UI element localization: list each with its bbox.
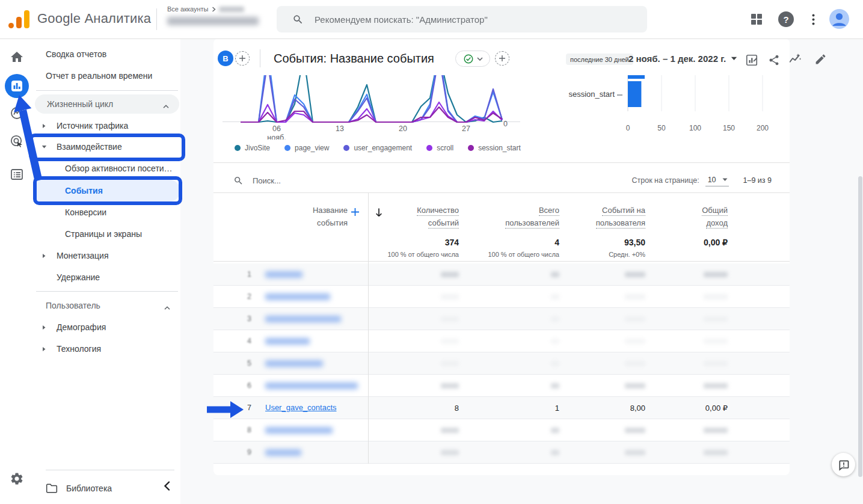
advertising-icon[interactable] (5, 129, 29, 153)
totals-caption-events: 100 % от общего числа (357, 251, 459, 258)
table-row-9[interactable]: 9 (213, 441, 790, 464)
sidebar-item-events[interactable]: События (34, 180, 180, 201)
events-bar-chart[interactable] (625, 75, 776, 111)
edit-pencil-icon[interactable] (813, 52, 828, 66)
header-line: пользователя (555, 217, 645, 229)
redacted-property-name (167, 17, 259, 25)
collapse-sidebar-icon[interactable] (158, 478, 176, 494)
sidebar-item-engagement[interactable]: Взаимодействие (34, 136, 180, 158)
section-divider (213, 162, 790, 163)
customize-report-icon[interactable] (745, 53, 759, 67)
person-icon (829, 9, 849, 29)
table-search[interactable] (233, 170, 362, 191)
sidebar-item-monetization[interactable]: Монетизация (34, 245, 180, 266)
help-icon[interactable]: ? (776, 10, 796, 29)
sidebar-item-traffic-source[interactable]: Источник трафика (34, 115, 180, 137)
legend-item-page_view[interactable]: page_view (284, 144, 329, 152)
settings-gear-icon[interactable] (5, 467, 29, 491)
home-icon[interactable] (5, 45, 29, 69)
sidebar-item-technology[interactable]: Технология (34, 338, 180, 360)
event-name-link[interactable]: User_gave_contacts (265, 403, 337, 412)
table-search-input[interactable] (251, 176, 362, 186)
apps-grid-icon[interactable] (747, 10, 766, 29)
sidebar-item-pages-screens[interactable]: Страницы и экраны (34, 223, 180, 245)
column-header-1[interactable]: Всегопользователей (469, 204, 559, 229)
add-comparison-icon[interactable] (235, 51, 250, 66)
bar-axis-tick (617, 94, 622, 96)
search-input[interactable] (313, 14, 604, 25)
arrow-right-icon[interactable] (41, 253, 48, 259)
sidebar-item-conversions[interactable]: Конверсии (34, 201, 180, 223)
rows-per-page-select[interactable]: 10 (705, 174, 729, 186)
column-header-2[interactable]: Событий напользователя (555, 204, 645, 229)
add-dimension-pill-icon[interactable] (495, 51, 509, 66)
legend-item-user_engagement[interactable]: user_engagement (343, 144, 412, 152)
redacted-cell-value (551, 339, 559, 344)
redacted-cell-value (704, 361, 728, 366)
explore-icon[interactable] (5, 101, 29, 125)
app-window: Google Аналитика Все аккаунты ? (0, 0, 863, 504)
share-icon[interactable] (767, 53, 781, 67)
chevron-up-icon[interactable] (162, 101, 170, 111)
app-header: Google Аналитика Все аккаунты ? (0, 0, 863, 39)
library-list-icon[interactable] (5, 162, 29, 186)
header-line: Название (251, 204, 348, 217)
row-index: 3 (227, 315, 251, 323)
sidebar-item-demographics[interactable]: Демография (34, 316, 180, 338)
table-row-8[interactable]: 8 (213, 419, 790, 441)
global-search[interactable] (277, 6, 647, 32)
check-circle-icon (463, 54, 474, 64)
legend-item-JivoSite[interactable]: JivoSite (235, 144, 270, 152)
arrow-right-icon (41, 325, 46, 330)
sidebar-item-reports-snapshot[interactable]: Сводка отчетов (34, 43, 180, 65)
sidebar-item-label: Монетизация (57, 251, 109, 260)
dimension-filter-pill[interactable] (455, 51, 490, 67)
vertical-scrollbar[interactable] (858, 176, 862, 477)
user-avatar[interactable] (829, 9, 849, 29)
date-range-selector[interactable]: 2 нояб. – 1 дек. 2022 г. (628, 54, 737, 64)
arrow-down-icon[interactable] (41, 144, 48, 149)
legend-item-scroll[interactable]: scroll (426, 144, 453, 152)
sidebar-item-realtime[interactable]: Отчет в реальном времени (34, 65, 180, 87)
table-row-3[interactable]: 3 (213, 308, 790, 330)
table-row-2[interactable]: 2 (213, 286, 790, 308)
totals-events_per_user: 93,50 (555, 238, 645, 247)
arrow-right-icon[interactable] (41, 325, 48, 330)
redacted-event-name (265, 427, 333, 434)
tick-text: 06 (259, 124, 295, 134)
arrow-right-icon (41, 253, 46, 259)
table-row-5[interactable]: 5 (213, 352, 790, 375)
sidebar-item-label: Источник трафика (57, 121, 128, 131)
table-row-7[interactable]: 7User_gave_contacts818,000,00 ₽ (213, 397, 790, 419)
events-line-chart[interactable] (223, 75, 520, 123)
header-line: доход (637, 217, 728, 229)
sidebar-item-engagement-overview[interactable]: Обзор активности посети… (34, 158, 180, 179)
chevron-up-icon[interactable] (164, 303, 171, 312)
column-header-event-name[interactable]: Названиесобытия (251, 204, 348, 229)
arrow-right-icon[interactable] (41, 346, 48, 352)
account-switcher[interactable]: Все аккаунты (167, 5, 259, 25)
insights-icon[interactable] (788, 52, 802, 66)
table-row-4[interactable]: 4 (213, 330, 790, 352)
column-header-0[interactable]: Количествособытий (369, 204, 459, 229)
report-owner-avatar[interactable]: B (218, 51, 233, 66)
column-header-3[interactable]: Общийдоход (637, 204, 728, 229)
feedback-button[interactable] (832, 453, 855, 476)
sidebar-section-lifecycle[interactable]: Жизненный цикл (35, 94, 179, 114)
redacted-cell-value (551, 361, 559, 366)
legend-item-session_start[interactable]: session_start (468, 144, 521, 152)
reports-icon[interactable] (5, 74, 29, 98)
line-right-axis-label: 0 (503, 120, 521, 129)
add-dimension-icon[interactable] (351, 207, 360, 219)
table-row-1[interactable]: 1 (213, 263, 790, 286)
legend-dot (426, 145, 432, 151)
arrow-right-icon[interactable] (41, 123, 48, 129)
sidebar-item-retention[interactable]: Удержание (34, 266, 180, 288)
help-question-mark: ? (778, 11, 794, 27)
sidebar-section-user[interactable]: Пользователь (34, 296, 180, 315)
analytics-logo[interactable] (8, 9, 32, 29)
more-menu-icon[interactable] (803, 10, 823, 29)
table-row-6[interactable]: 6 (213, 375, 790, 397)
bar-category-label[interactable]: session_start (538, 90, 615, 99)
pagination-controls: Строк на странице: 10 1–9 из 9 (631, 170, 772, 191)
